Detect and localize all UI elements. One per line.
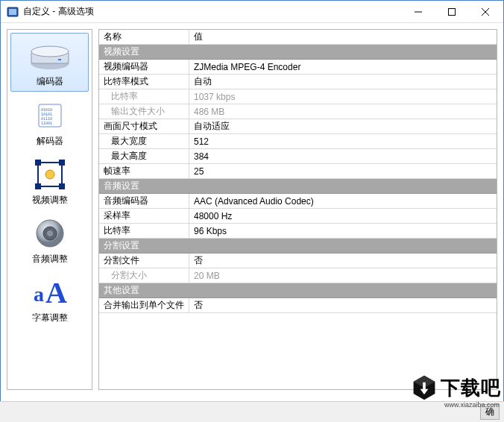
property-value[interactable]: 512 [189, 134, 497, 148]
close-button[interactable] [468, 1, 502, 22]
header-value: 值 [189, 30, 497, 44]
grid-header: 名称 值 [99, 30, 497, 45]
property-name: 画面尺寸模式 [99, 120, 189, 133]
section-header: 视频设置 [99, 45, 497, 60]
titlebar: 自定义 - 高级选项 [1, 1, 503, 23]
svg-text:11001: 11001 [41, 121, 52, 125]
property-value: 1037 kbps [189, 89, 497, 104]
property-value: 486 MB [189, 104, 497, 119]
property-row[interactable]: 比特率模式自动 [99, 75, 497, 89]
property-value[interactable]: 48000 Hz [189, 209, 497, 223]
sidebar-item-decoder[interactable]: 01010 10101 01110 11001 解码器 [10, 93, 89, 151]
property-value[interactable]: 否 [189, 253, 497, 268]
property-row[interactable]: 最大高度384 [99, 149, 497, 164]
svg-point-20 [45, 170, 54, 179]
svg-point-23 [47, 230, 53, 236]
section-header: 音频设置 [99, 179, 497, 194]
property-name: 帧速率 [99, 165, 189, 177]
sidebar-item-label: 音频调整 [12, 253, 87, 265]
section-header: 分割设置 [99, 239, 497, 253]
svg-rect-16 [35, 160, 41, 166]
property-name: 视频编码器 [99, 60, 189, 73]
property-name: 最大高度 [99, 150, 189, 163]
sidebar-item-label: 字幕调整 [12, 312, 87, 324]
subtitle-adjust-icon: a A [12, 274, 87, 310]
property-row[interactable]: 合并输出到单个文件否 [99, 298, 497, 313]
section-header: 其他设置 [99, 283, 497, 298]
property-name: 分割大小 [99, 269, 189, 282]
property-name: 音频编码器 [99, 195, 189, 207]
svg-rect-17 [59, 160, 65, 166]
audio-adjust-icon [12, 215, 87, 251]
property-row[interactable]: 最大宽度512 [99, 134, 497, 149]
sidebar-item-encoder[interactable]: 编码器 [10, 33, 89, 92]
video-adjust-icon [12, 157, 87, 192]
svg-rect-19 [59, 183, 65, 189]
encoder-icon [13, 38, 86, 74]
property-row: 比特率1037 kbps [99, 89, 497, 104]
property-name: 输出文件大小 [99, 105, 189, 118]
sidebar-item-video-adjust[interactable]: 视频调整 [10, 152, 89, 210]
property-name: 采样率 [99, 210, 189, 222]
property-value[interactable]: 否 [189, 298, 497, 312]
property-value[interactable]: 自动适应 [189, 119, 497, 133]
property-value[interactable]: 384 [189, 149, 497, 163]
property-value[interactable]: 96 Kbps [189, 224, 497, 238]
svg-rect-1 [9, 9, 16, 15]
property-value[interactable]: ZJMedia MPEG-4 Encoder [189, 60, 497, 74]
header-name: 名称 [99, 31, 189, 43]
sidebar-item-label: 编码器 [13, 75, 86, 88]
property-row[interactable]: 采样率48000 Hz [99, 209, 497, 224]
sidebar: 编码器 01010 10101 01110 11001 解码器 [7, 29, 92, 390]
property-value[interactable]: 自动 [189, 75, 497, 89]
content-area: 编码器 01010 10101 01110 11001 解码器 [1, 23, 503, 396]
window-title: 自定义 - 高级选项 [23, 5, 401, 18]
bottom-bar: 确 [0, 401, 504, 422]
property-row: 输出文件大小486 MB [99, 104, 497, 119]
sidebar-item-subtitle-adjust[interactable]: a A 字幕调整 [10, 270, 89, 327]
property-value: 20 MB [189, 268, 497, 283]
property-value[interactable]: 25 [189, 164, 497, 178]
svg-point-8 [31, 46, 69, 57]
property-value[interactable]: AAC (Advanced Audio Codec) [189, 194, 497, 208]
property-name: 最大宽度 [99, 135, 189, 148]
property-row[interactable]: 视频编码器ZJMedia MPEG-4 Encoder [99, 60, 497, 75]
property-row[interactable]: 帧速率25 [99, 164, 497, 179]
property-name: 合并输出到单个文件 [99, 299, 189, 312]
property-name: 比特率 [99, 90, 189, 103]
maximize-button[interactable] [435, 1, 468, 22]
property-row[interactable]: 音频编码器AAC (Advanced Audio Codec) [99, 194, 497, 209]
property-name: 比特率模式 [99, 75, 189, 88]
svg-rect-9 [58, 59, 61, 60]
svg-rect-18 [35, 183, 41, 189]
property-grid: 名称 值 视频设置视频编码器ZJMedia MPEG-4 Encoder比特率模… [98, 29, 497, 390]
property-name: 比特率 [99, 224, 189, 237]
minimize-button[interactable] [401, 1, 435, 22]
svg-rect-3 [448, 8, 455, 15]
sidebar-item-label: 视频调整 [12, 194, 87, 207]
property-row[interactable]: 画面尺寸模式自动适应 [99, 119, 497, 134]
property-name: 分割文件 [99, 254, 189, 267]
app-icon [7, 6, 19, 18]
property-row: 分割大小20 MB [99, 268, 497, 283]
sidebar-item-label: 解码器 [12, 135, 87, 148]
svg-text:a: a [34, 283, 44, 306]
ok-button[interactable]: 确 [480, 404, 500, 420]
svg-text:A: A [45, 276, 67, 309]
decoder-icon: 01010 10101 01110 11001 [12, 98, 87, 133]
sidebar-item-audio-adjust[interactable]: 音频调整 [10, 211, 89, 268]
property-row[interactable]: 比特率96 Kbps [99, 224, 497, 239]
property-row[interactable]: 分割文件否 [99, 253, 497, 268]
